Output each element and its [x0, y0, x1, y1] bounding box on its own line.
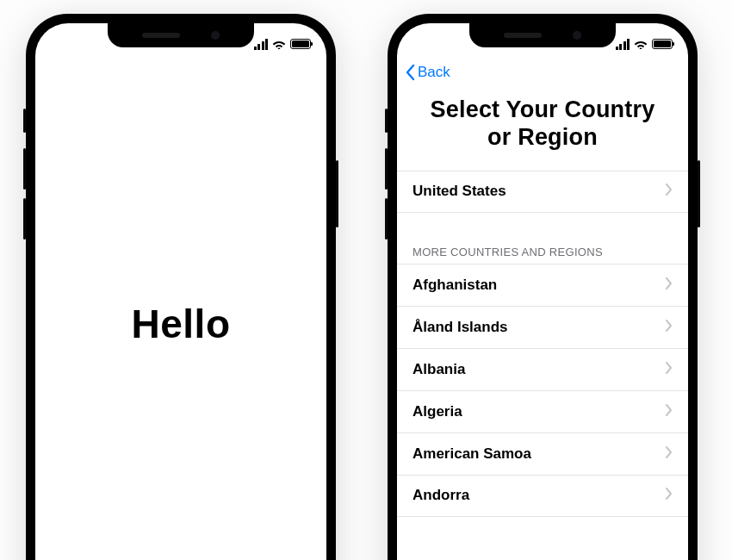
chevron-right-icon — [666, 445, 673, 463]
chevron-right-icon — [666, 319, 673, 336]
back-button[interactable]: Back — [406, 64, 450, 81]
country-label: Åland Islands — [413, 319, 508, 336]
country-label: Albania — [413, 361, 465, 378]
battery-icon — [652, 39, 673, 49]
section-header-more: MORE COUNTRIES AND REGIONS — [397, 246, 688, 264]
country-label: American Samoa — [413, 445, 531, 463]
country-label: Andorra — [413, 487, 469, 504]
country-item-suggested[interactable]: United States — [397, 171, 688, 213]
wifi-icon — [634, 39, 648, 49]
screen-select-country: Back Select Your Country or Region Unite… — [397, 23, 688, 560]
device-notch — [469, 23, 616, 47]
page-title: Select Your Country or Region — [397, 84, 688, 171]
battery-icon — [290, 39, 311, 49]
country-label: United States — [413, 183, 506, 200]
country-item[interactable]: Åland Islands — [397, 306, 688, 348]
country-label: Afghanistan — [413, 277, 497, 294]
chevron-right-icon — [666, 487, 673, 504]
navigation-bar: Back — [397, 58, 688, 84]
country-list: AfghanistanÅland IslandsAlbaniaAlgeriaAm… — [397, 264, 688, 517]
country-item[interactable]: Algeria — [397, 390, 688, 432]
phone-device-right: Back Select Your Country or Region Unite… — [388, 14, 698, 560]
chevron-right-icon — [666, 183, 673, 200]
cellular-signal-icon — [616, 39, 630, 50]
country-label: Algeria — [413, 403, 462, 420]
cellular-signal-icon — [254, 39, 269, 50]
chevron-right-icon — [666, 403, 673, 420]
wifi-icon — [272, 39, 286, 49]
phone-device-left: Hello — [26, 14, 336, 560]
device-notch — [108, 23, 254, 47]
screen-hello: Hello — [35, 23, 326, 560]
chevron-right-icon — [666, 361, 673, 378]
country-item[interactable]: American Samoa — [397, 432, 688, 475]
chevron-left-icon — [406, 64, 416, 81]
country-item[interactable]: Afghanistan — [397, 264, 688, 306]
chevron-right-icon — [666, 277, 673, 294]
country-item[interactable]: Andorra — [397, 475, 688, 517]
greeting-text: Hello — [132, 301, 231, 347]
back-label: Back — [418, 64, 450, 81]
country-item[interactable]: Albania — [397, 348, 688, 390]
